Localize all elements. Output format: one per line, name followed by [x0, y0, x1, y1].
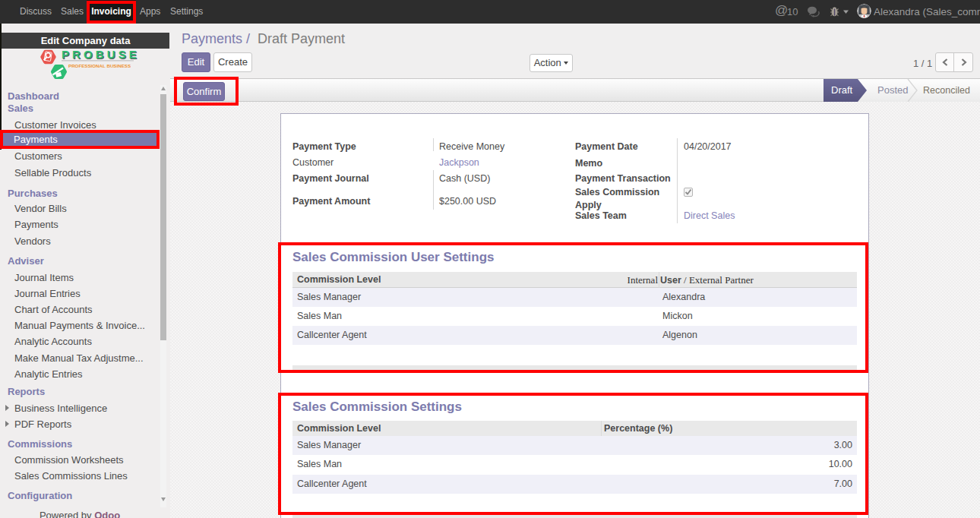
svg-text:PROBUSE: PROBUSE	[62, 49, 140, 61]
svg-text:PROFESSIONAL BUSINESS: PROFESSIONAL BUSINESS	[68, 63, 131, 68]
